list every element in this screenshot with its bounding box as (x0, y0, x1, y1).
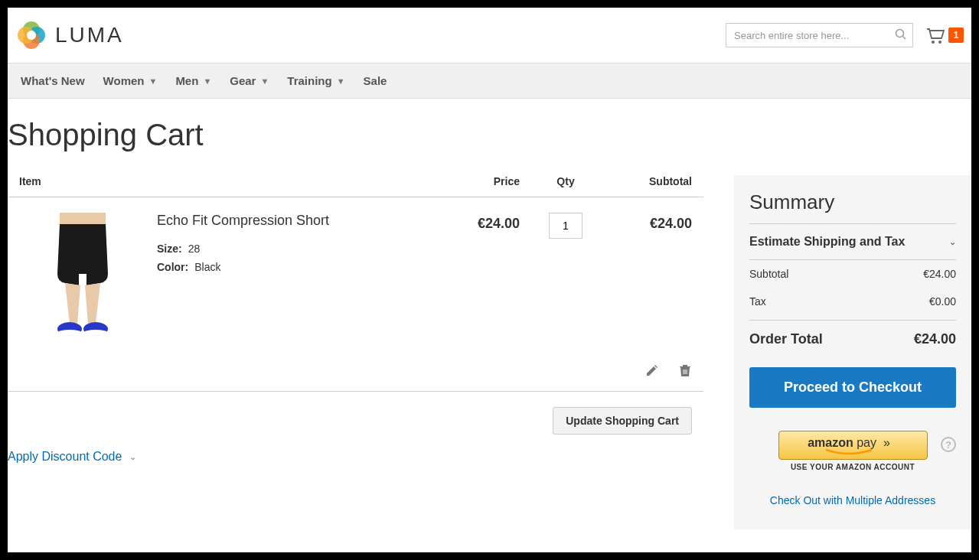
multiple-addresses-link[interactable]: Check Out with Multiple Addresses (749, 494, 956, 506)
product-image[interactable] (19, 213, 145, 339)
trash-icon[interactable] (678, 363, 692, 377)
cart-header-row: Item Price Qty Subtotal (8, 175, 703, 197)
svg-point-4 (27, 31, 36, 40)
chevron-down-icon: ▼ (203, 77, 211, 86)
chevron-down-icon: ▼ (337, 77, 345, 86)
estimate-label: Estimate Shipping and Tax (749, 235, 905, 249)
nav-label: Training (287, 74, 331, 87)
cart-icon (925, 26, 945, 44)
item-price: €24.00 (428, 213, 520, 339)
chevron-down-icon: ⌄ (949, 237, 956, 247)
svg-point-5 (896, 30, 904, 37)
cart-count-badge: 1 (948, 28, 964, 43)
cart-item-row: Echo Fit Compression Short Size:28 Color… (8, 197, 703, 354)
main-nav: What's New Women▼ Men▼ Gear▼ Training▼ S… (8, 63, 971, 99)
page-title: Shopping Cart (8, 99, 971, 175)
svg-point-8 (938, 41, 941, 44)
nav-sale[interactable]: Sale (354, 63, 396, 98)
chevron-down-icon: ▼ (260, 77, 269, 86)
logo-text: LUMA (55, 23, 124, 47)
update-cart-button[interactable]: Update Shopping Cart (553, 407, 692, 435)
product-color: Color:Black (157, 261, 428, 273)
nav-label: Men (175, 74, 198, 87)
proceed-checkout-button[interactable]: Proceed to Checkout (749, 367, 956, 408)
nav-label: What's New (21, 74, 85, 87)
col-header-item: Item (19, 175, 428, 187)
apply-discount-link[interactable]: Apply Discount Code ⌄ (8, 450, 703, 464)
nav-label: Women (103, 74, 145, 87)
chevron-down-icon: ⌄ (129, 452, 136, 462)
nav-label: Sale (364, 74, 387, 87)
nav-training[interactable]: Training▼ (278, 63, 354, 98)
nav-men[interactable]: Men▼ (166, 63, 220, 98)
svg-line-6 (903, 37, 906, 40)
nav-whats-new[interactable]: What's New (11, 63, 94, 98)
col-header-subtotal: Subtotal (612, 175, 703, 187)
minicart[interactable]: 1 (925, 26, 964, 44)
product-size: Size:28 (157, 243, 428, 255)
summary-sidebar: Summary Estimate Shipping and Tax ⌄ Subt… (734, 175, 971, 529)
discount-label: Apply Discount Code (8, 450, 122, 464)
nav-women[interactable]: Women▼ (94, 63, 167, 98)
edit-icon[interactable] (645, 363, 659, 377)
search-input[interactable] (726, 23, 913, 47)
search-box (726, 23, 913, 47)
nav-gear[interactable]: Gear▼ (220, 63, 278, 98)
search-icon[interactable] (895, 28, 907, 41)
help-icon[interactable]: ? (941, 437, 956, 452)
amazon-sub-label: USE YOUR AMAZON ACCOUNT (749, 463, 956, 471)
logo[interactable]: LUMA (15, 19, 124, 51)
summary-title: Summary (749, 190, 956, 224)
col-header-qty: Qty (520, 175, 612, 187)
nav-label: Gear (230, 74, 256, 87)
amazon-pay-label: amazon pay » (808, 436, 890, 449)
amazon-smile-icon (822, 448, 876, 456)
logo-icon (15, 19, 47, 51)
summary-tax: Tax €0.00 (749, 288, 956, 315)
svg-point-13 (83, 330, 108, 336)
chevron-down-icon: ▼ (148, 77, 157, 86)
col-header-price: Price (428, 175, 520, 187)
svg-point-12 (57, 330, 82, 336)
item-subtotal: €24.00 (612, 213, 703, 339)
summary-order-total: Order Total €24.00 (749, 320, 956, 363)
svg-point-7 (932, 41, 935, 44)
amazon-pay-button[interactable]: amazon pay » (778, 431, 928, 460)
estimate-shipping-toggle[interactable]: Estimate Shipping and Tax ⌄ (749, 224, 956, 260)
product-name[interactable]: Echo Fit Compression Short (157, 213, 428, 229)
qty-input[interactable] (549, 213, 583, 239)
summary-subtotal: Subtotal €24.00 (749, 260, 956, 288)
